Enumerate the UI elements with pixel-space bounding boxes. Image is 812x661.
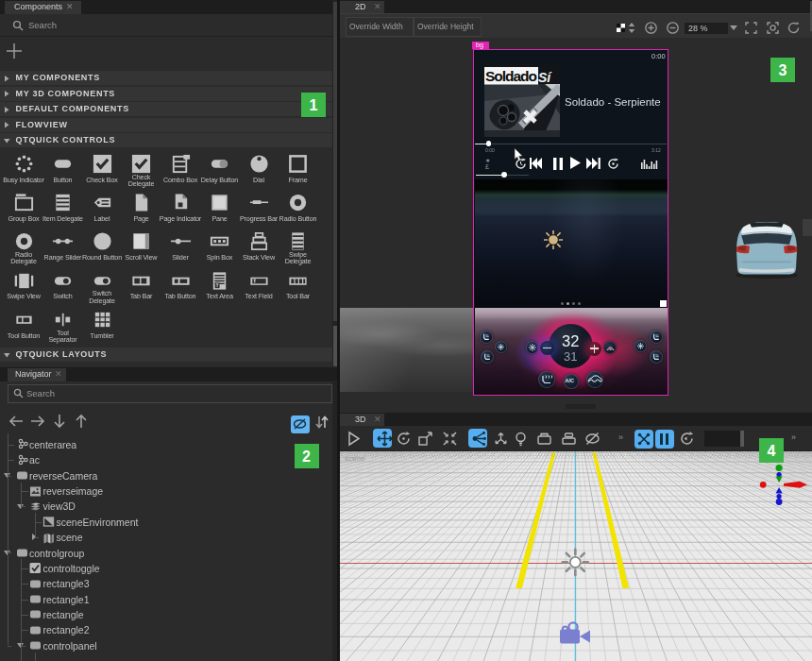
svg-text:£: £ — [485, 163, 489, 170]
svg-text:Soldado: Soldado — [485, 68, 537, 84]
svg-text:Sí: Sí — [538, 70, 552, 85]
